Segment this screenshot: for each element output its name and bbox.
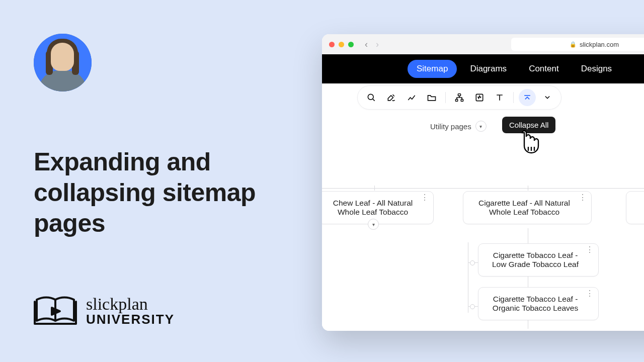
sitemap-view-button[interactable]	[451, 89, 468, 106]
more-icon[interactable]: ⋮	[586, 248, 593, 252]
window-controls[interactable]	[329, 42, 354, 47]
toolbar	[322, 83, 644, 112]
pointer-cursor-icon	[517, 130, 540, 158]
tab-diagrams[interactable]: Diagrams	[461, 60, 516, 78]
page-title: Expanding and collapsing sitemap pages	[34, 147, 290, 239]
svg-rect-1	[458, 94, 461, 96]
book-play-icon	[34, 295, 77, 327]
sitemap-card-cig-org[interactable]: ⋮ Cigarette Tobacco Leaf - Organic Tobac…	[478, 287, 599, 320]
tab-designs[interactable]: Designs	[572, 60, 621, 78]
matrix-view-button[interactable]	[471, 89, 488, 106]
utility-pages-chip[interactable]: Utility pages ▾	[430, 121, 487, 132]
more-icon[interactable]: ⋮	[421, 196, 428, 200]
browser-back-button[interactable]: ‹	[365, 39, 368, 50]
sitemap-canvas[interactable]: Utility pages ▾ Collapse All ⋮ Chew Leaf…	[322, 112, 644, 331]
brand-word: UNIVERSITY	[86, 313, 175, 326]
collapse-all-button[interactable]	[519, 89, 536, 106]
text-button[interactable]	[491, 89, 508, 106]
sitemap-card-partial[interactable]: CT	[626, 191, 644, 224]
url-text: slickplan.com	[580, 41, 619, 48]
brand-logo: slickplan UNIVERSITY	[34, 295, 175, 327]
expand-all-button[interactable]	[539, 89, 556, 106]
tab-content[interactable]: Content	[520, 60, 568, 78]
color-button[interactable]	[383, 89, 400, 106]
browser-chrome: ‹ › 🔒 slickplan.com	[322, 34, 644, 54]
app-window: ‹ › 🔒 slickplan.com Sitemap Diagrams Con…	[322, 34, 644, 331]
sitemap-card-cig-low[interactable]: ⋮ Cigarette Tobacco Leaf - Low Grade Tob…	[478, 243, 599, 277]
url-bar[interactable]: 🔒 slickplan.com	[511, 38, 644, 51]
presenter-avatar	[34, 34, 92, 92]
analytics-button[interactable]	[403, 89, 420, 106]
lock-icon: 🔒	[570, 41, 577, 48]
app-nav: Sitemap Diagrams Content Designs	[322, 54, 644, 83]
card-label: Chew Leaf - All Natural Whole Leaf Tobac…	[333, 199, 413, 216]
sitemap-card-cigarette[interactable]: ⋮ Cigarette Leaf - All Natural Whole Lea…	[463, 191, 592, 224]
brand-script: slickplan	[86, 295, 175, 313]
sitemap-card-chew[interactable]: ⋮ Chew Leaf - All Natural Whole Leaf Tob…	[322, 191, 434, 224]
more-icon[interactable]: ⋮	[586, 292, 593, 296]
tab-sitemap[interactable]: Sitemap	[408, 60, 457, 78]
node-connector-icon	[470, 304, 475, 309]
more-icon[interactable]: ⋮	[579, 196, 586, 200]
folder-button[interactable]	[423, 89, 440, 106]
card-label: Cigarette Tobacco Leaf - Low Grade Tobac…	[492, 251, 579, 268]
card-label: Cigarette Leaf - All Natural Whole Leaf …	[478, 199, 570, 216]
chevron-down-icon[interactable]: ▾	[475, 121, 487, 132]
card-label: Cigarette Tobacco Leaf - Organic Tobacco…	[493, 295, 578, 312]
svg-point-0	[368, 94, 373, 100]
svg-rect-2	[456, 99, 458, 101]
minimize-window-icon[interactable]	[339, 42, 344, 47]
svg-rect-3	[461, 99, 463, 101]
utility-pages-label: Utility pages	[430, 122, 471, 131]
close-window-icon[interactable]	[329, 42, 335, 47]
browser-forward-button[interactable]: ›	[376, 39, 379, 50]
search-button[interactable]	[363, 89, 380, 106]
node-connector-icon	[470, 260, 475, 265]
maximize-window-icon[interactable]	[348, 42, 354, 47]
expand-node-button[interactable]: ▾	[368, 219, 379, 230]
collapse-all-tooltip: Collapse All	[502, 117, 555, 133]
